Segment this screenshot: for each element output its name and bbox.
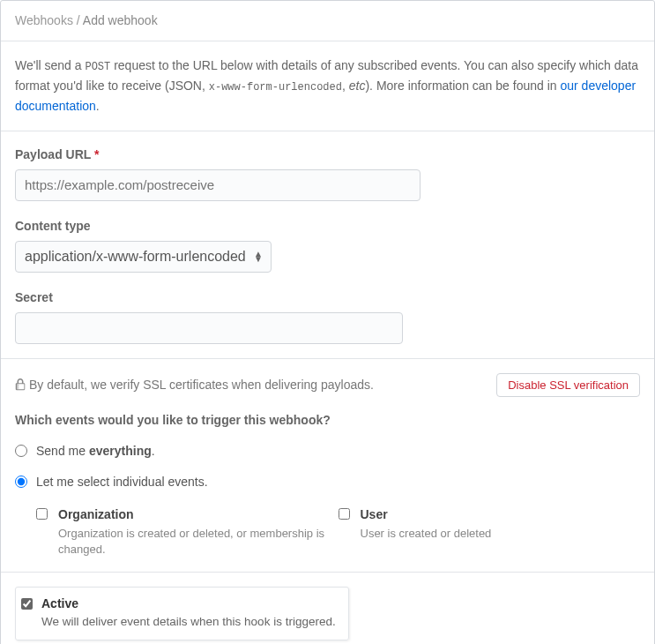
payload-url-input[interactable] <box>15 169 421 201</box>
event-organization: Organization Organization is created or … <box>36 505 339 558</box>
intro-section: We'll send a POST request to the URL bel… <box>1 41 654 131</box>
event-user-checkbox[interactable] <box>339 508 350 520</box>
breadcrumb: Webhooks / Add webhook <box>1 1 654 41</box>
events-section: Which events would you like to trigger t… <box>1 411 654 572</box>
secret-label: Secret <box>15 288 640 307</box>
active-section: Active We will deliver event details whe… <box>1 572 654 644</box>
radio-everything-input[interactable] <box>15 445 27 457</box>
event-user-title: User <box>361 505 492 524</box>
disable-ssl-button[interactable]: Disable SSL verification <box>496 373 640 397</box>
required-indicator: * <box>94 147 99 161</box>
active-title: Active <box>41 595 336 613</box>
payload-url-label: Payload URL * <box>15 146 640 164</box>
breadcrumb-current: Add webhook <box>83 13 158 27</box>
encoding-name: x-www-form-urlencoded <box>209 81 342 94</box>
ssl-section: By default, we verify SSL certificates w… <box>1 358 654 411</box>
event-organization-desc: Organization is created or deleted, or m… <box>58 526 339 558</box>
secret-input[interactable] <box>15 312 403 344</box>
post-method: POST <box>85 61 110 73</box>
ssl-description: By default, we verify SSL certificates w… <box>29 376 374 394</box>
content-type-label: Content type <box>15 217 640 236</box>
active-desc: We will deliver event details when this … <box>41 613 336 631</box>
radio-individual[interactable]: Let me select individual events. <box>15 473 640 491</box>
event-organization-title: Organization <box>58 505 339 524</box>
breadcrumb-separator: / <box>77 13 80 27</box>
webhook-form-panel: Webhooks / Add webhook We'll send a POST… <box>0 0 655 644</box>
content-type-field: Content type application/x-www-form-urle… <box>15 217 640 273</box>
events-title: Which events would you like to trigger t… <box>15 411 640 430</box>
event-type-grid: Organization Organization is created or … <box>36 505 640 558</box>
lock-icon <box>15 378 26 391</box>
breadcrumb-parent[interactable]: Webhooks <box>15 13 73 27</box>
payload-url-field: Payload URL * <box>15 146 640 201</box>
radio-individual-input[interactable] <box>15 476 27 488</box>
active-checkbox[interactable] <box>21 598 33 610</box>
intro-text: We'll send a POST request to the URL bel… <box>15 56 640 116</box>
event-user: User User is created or deleted <box>339 505 641 558</box>
radio-everything[interactable]: Send me everything. <box>15 442 640 461</box>
secret-field: Secret <box>15 288 640 344</box>
content-type-select[interactable]: application/x-www-form-urlencoded <box>15 241 272 273</box>
event-organization-checkbox[interactable] <box>36 508 48 520</box>
active-box: Active We will deliver event details whe… <box>15 587 349 640</box>
event-user-desc: User is created or deleted <box>361 526 492 542</box>
